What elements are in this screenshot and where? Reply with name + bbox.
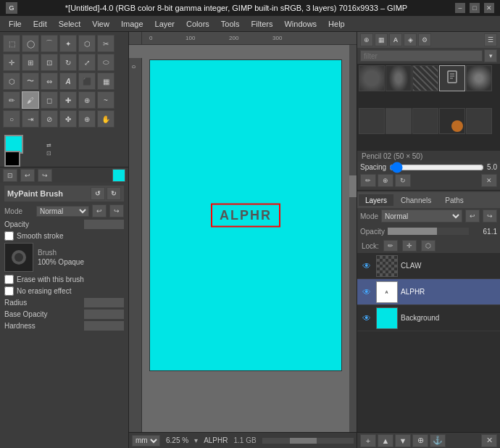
unit-select[interactable]: mm xyxy=(132,435,160,447)
tool-presets-button[interactable]: ⊡ xyxy=(3,169,17,182)
gimp-canvas[interactable]: ALPHR xyxy=(149,59,342,371)
vertical-scrollbar[interactable] xyxy=(349,45,357,432)
brush-preview[interactable] xyxy=(4,243,33,272)
tool-warp[interactable]: 〜 xyxy=(22,72,39,90)
layer-visibility-alphr[interactable]: 👁 xyxy=(360,286,373,299)
tool-fuzzy[interactable]: ✦ xyxy=(59,35,77,52)
brush-refresh-btn[interactable]: ↻ xyxy=(395,174,411,187)
mode-select[interactable]: Normal xyxy=(36,206,89,217)
patterns-icon[interactable]: ▦ xyxy=(375,33,388,46)
dynamics-icon[interactable]: ◈ xyxy=(404,33,417,46)
menu-view[interactable]: View xyxy=(86,18,115,30)
base-opacity-input[interactable]: 1.00 xyxy=(84,310,124,319)
tool-rotate[interactable]: ↻ xyxy=(59,54,77,71)
mode-redo[interactable]: ↪ xyxy=(109,204,124,217)
brush-cell-4-active[interactable] xyxy=(439,65,465,91)
menu-help[interactable]: Help xyxy=(322,18,351,30)
layer-lower-btn[interactable]: ▼ xyxy=(395,434,411,447)
menu-filters[interactable]: Filters xyxy=(246,18,279,30)
brush-cell-2[interactable] xyxy=(386,65,412,91)
tool-hand[interactable]: ✋ xyxy=(97,110,114,128)
horizontal-scrollbar[interactable] xyxy=(262,438,354,444)
layer-delete-btn[interactable]: ✕ xyxy=(481,434,497,447)
brush-cell-1[interactable] xyxy=(359,65,385,91)
brush-cell-8[interactable] xyxy=(412,108,438,134)
reset-colors-icon[interactable]: ⊡ xyxy=(46,150,51,157)
tool-scale[interactable]: ⤢ xyxy=(78,54,96,71)
smooth-stroke-checkbox[interactable] xyxy=(4,231,14,241)
lock-alpha-btn[interactable]: ⬡ xyxy=(421,240,436,252)
tool-ellipse[interactable]: ◯ xyxy=(22,35,39,52)
tool-paint[interactable]: 🖌 xyxy=(22,91,39,109)
spacing-slider[interactable] xyxy=(389,164,484,171)
tool-select-color[interactable]: ⬡ xyxy=(78,35,96,52)
menu-colors[interactable]: Colors xyxy=(180,18,215,30)
tool-path[interactable]: ✤ xyxy=(59,110,77,128)
layer-duplicate-btn[interactable]: ⊕ xyxy=(412,434,428,447)
scrollbar-thumb-v[interactable] xyxy=(349,175,357,197)
opacity-input[interactable]: 89.4 xyxy=(84,220,124,229)
redo-button[interactable]: ↪ xyxy=(38,169,52,182)
lock-pixels-btn[interactable]: ✏ xyxy=(383,240,398,252)
layers-undo-btn[interactable]: ↩ xyxy=(465,210,480,223)
scrollbar-thumb-h[interactable] xyxy=(290,438,317,444)
tool-measure[interactable]: ⇥ xyxy=(22,110,39,128)
tool-smudge[interactable]: ~ xyxy=(97,91,114,109)
brush-delete-btn[interactable]: ✕ xyxy=(481,174,497,187)
tool-presets-right-icon[interactable]: ⚙ xyxy=(418,33,431,46)
background-color[interactable] xyxy=(4,151,20,167)
layer-anchor-btn[interactable]: ⚓ xyxy=(430,434,446,447)
layers-mode-select[interactable]: Normal xyxy=(381,210,462,223)
canvas-viewport[interactable]: ALPHR xyxy=(142,45,349,432)
lock-position-btn[interactable]: ✛ xyxy=(402,240,417,252)
tool-options-restore[interactable]: ↺ xyxy=(91,187,105,200)
radius-input[interactable]: 3.01 xyxy=(84,298,124,307)
minimize-button[interactable]: – xyxy=(455,3,465,13)
filter-menu-icon[interactable]: ▾ xyxy=(484,49,497,62)
tool-gradient[interactable]: ▦ xyxy=(97,72,114,90)
menu-tools[interactable]: Tools xyxy=(215,18,246,30)
menu-layer[interactable]: Layer xyxy=(149,18,181,30)
layers-redo-btn[interactable]: ↪ xyxy=(483,210,497,223)
layer-row-claw[interactable]: 👁 CLAW xyxy=(357,253,500,279)
tool-text[interactable]: A xyxy=(59,72,77,90)
tab-layers[interactable]: Layers xyxy=(359,194,393,206)
tool-align[interactable]: ⊞ xyxy=(22,54,39,71)
undo-button[interactable]: ↩ xyxy=(20,169,35,182)
tool-lasso[interactable]: ⌒ xyxy=(41,35,58,52)
tab-paths[interactable]: Paths xyxy=(438,194,470,207)
brush-cell-6[interactable] xyxy=(359,108,385,134)
hardness-input[interactable]: 0.95 xyxy=(84,321,124,331)
brush-cell-7[interactable] xyxy=(386,108,412,134)
tool-rectangle[interactable]: ⬚ xyxy=(3,35,20,52)
tool-flip[interactable]: ⇔ xyxy=(41,72,58,90)
layer-new-btn[interactable]: + xyxy=(360,434,376,447)
brush-cell-5[interactable] xyxy=(466,65,492,91)
tool-heal[interactable]: ✚ xyxy=(59,91,77,109)
tool-pencil[interactable]: ✏ xyxy=(3,91,20,109)
swap-colors-icon[interactable]: ⇄ xyxy=(46,142,51,149)
erase-checkbox[interactable] xyxy=(4,275,14,284)
layer-row-alphr[interactable]: 👁 A ALPHR xyxy=(357,279,500,305)
menu-select[interactable]: Select xyxy=(53,18,87,30)
brush-edit-btn[interactable]: ✏ xyxy=(360,174,376,187)
tool-clone[interactable]: ⊕ xyxy=(78,91,96,109)
tool-options-save[interactable]: ↻ xyxy=(107,187,121,200)
layer-raise-btn[interactable]: ▲ xyxy=(378,434,393,447)
tab-channels[interactable]: Channels xyxy=(394,194,438,207)
menu-image[interactable]: Image xyxy=(115,18,149,30)
close-button[interactable]: ✕ xyxy=(484,3,494,13)
tool-shear[interactable]: ⬭ xyxy=(97,54,114,71)
panel-menu-icon[interactable]: ☰ xyxy=(484,33,497,46)
layers-opacity-slider[interactable] xyxy=(388,228,469,235)
brush-cell-10[interactable] xyxy=(466,108,492,134)
tool-crop[interactable]: ⊡ xyxy=(41,54,58,71)
tool-bucket[interactable]: ⬛ xyxy=(78,72,96,90)
tool-erase[interactable]: ◻ xyxy=(41,91,58,109)
maximize-button[interactable]: □ xyxy=(470,3,480,13)
brush-cell-3[interactable] xyxy=(412,65,438,91)
mode-undo[interactable]: ↩ xyxy=(92,204,107,217)
tool-dodge[interactable]: ○ xyxy=(3,110,20,128)
layer-visibility-claw[interactable]: 👁 xyxy=(360,260,373,273)
tool-move[interactable]: ✛ xyxy=(3,54,20,71)
